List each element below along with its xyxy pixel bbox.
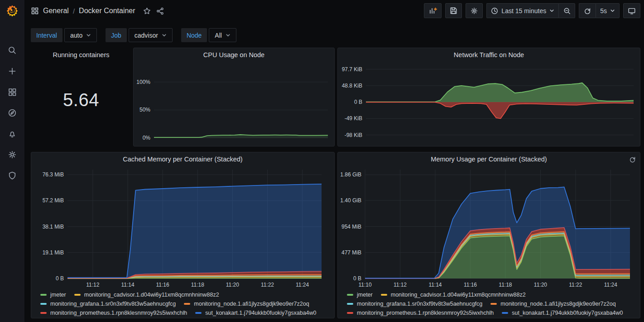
legend-label: monitoring_prometheus.1.rpn8klesnmroy92s… — [357, 310, 494, 316]
legend-label: monitoring_node.1.afi1jlyzs8gdjk9eo9er7z… — [500, 301, 615, 307]
dashboards-icon[interactable] — [7, 87, 17, 97]
legend-item[interactable]: monitoring_grafana.1.sr0n3xf9tv8t3w5aehn… — [347, 300, 482, 308]
dashboard-settings-button[interactable] — [466, 3, 483, 18]
svg-text:11:12: 11:12 — [86, 282, 99, 288]
legend-label: monitoring_cadvisor.1.d04wi6y11xm8qcmnhn… — [84, 292, 219, 298]
search-icon[interactable] — [7, 45, 17, 55]
memory-usage-chart[interactable]: 1.86 GiB1.40 GiB954 MiB477 MiB0 B11:1011… — [338, 166, 640, 290]
legend-swatch — [74, 294, 81, 296]
legend-item[interactable]: sut_konakart.1.j794ukkb0fuokiy7gsxaba4w0 — [195, 309, 316, 317]
kiosk-mode-button[interactable] — [623, 3, 640, 18]
chevron-down-icon — [162, 33, 167, 38]
variable-job-label[interactable]: Job — [106, 28, 127, 42]
legend-item[interactable]: monitoring_cadvisor.1.d04wi6y11xm8qcmnhn… — [381, 291, 526, 299]
svg-text:97.7 KiB: 97.7 KiB — [342, 66, 362, 73]
share-icon[interactable] — [156, 7, 164, 15]
admin-shield-icon[interactable] — [7, 171, 17, 181]
panel-title[interactable]: Running containers — [53, 51, 110, 59]
variable-node-value[interactable]: All — [209, 28, 236, 42]
cached-memory-chart[interactable]: 76.3 MiB57.2 MiB38.1 MiB19.1 MiB0 B11:12… — [31, 166, 334, 290]
legend-swatch — [195, 312, 202, 314]
variable-node-label[interactable]: Node — [181, 28, 207, 42]
variable-job-value[interactable]: cadvisor — [129, 28, 173, 42]
svg-text:11:24: 11:24 — [604, 282, 617, 288]
add-panel-button[interactable] — [424, 3, 442, 18]
network-traffic-chart[interactable]: 97.7 KiB48.8 KiB0 B-49 KiB-98 KiB — [338, 62, 640, 143]
svg-text:11:22: 11:22 — [569, 282, 582, 288]
svg-text:100%: 100% — [136, 79, 150, 85]
legend-swatch — [347, 294, 353, 296]
panel-title[interactable]: CPU Usage on Node — [203, 51, 264, 59]
legend-item[interactable]: monitoring_node.1.afi1jlyzs8gdjk9eo9er7z… — [184, 300, 309, 308]
add-icon[interactable] — [7, 66, 17, 76]
svg-text:11:20: 11:20 — [534, 282, 547, 288]
refresh-interval-picker[interactable]: 5s — [596, 3, 620, 18]
svg-text:11:12: 11:12 — [394, 282, 407, 288]
legend-item[interactable]: monitoring_cadvisor.1.d04wi6y11xm8qcmnhn… — [74, 291, 219, 299]
legend-swatch — [347, 312, 353, 314]
clock-icon — [491, 7, 498, 15]
legend-label: monitoring_cadvisor.1.d04wi6y11xm8qcmnhn… — [391, 292, 526, 298]
panel-cpu-usage: CPU Usage on Node 100%50%0% — [133, 48, 335, 146]
grafana-logo[interactable] — [6, 5, 19, 17]
legend-label: sut_konakart.1.j794ukkb0fuokiy7gsxaba4w0 — [512, 310, 623, 316]
cpu-usage-chart[interactable]: 100%50%0% — [134, 62, 334, 143]
legend-label: monitoring_grafana.1.sr0n3xf9tv8t3w5aehn… — [357, 301, 482, 307]
legend-label: monitoring_grafana.1.sr0n3xf9tv8t3w5aehn… — [50, 301, 176, 307]
cached-memory-legend: jmetermonitoring_cadvisor.1.d04wi6y11xm8… — [31, 290, 334, 318]
svg-text:19.1 MiB: 19.1 MiB — [43, 249, 64, 256]
legend-item[interactable]: jmeter — [40, 291, 66, 299]
svg-text:0%: 0% — [143, 135, 151, 141]
star-icon[interactable] — [143, 7, 151, 15]
svg-text:0 B: 0 B — [354, 99, 362, 105]
alerting-bell-icon[interactable] — [7, 129, 17, 139]
breadcrumb-section[interactable]: General — [43, 7, 69, 15]
panel-title[interactable]: Network Traffic on Node — [454, 51, 524, 59]
dashboard-header: General / Docker Container Last 15 minut… — [24, 0, 644, 22]
save-dashboard-button[interactable] — [445, 3, 462, 18]
svg-text:0 B: 0 B — [56, 275, 64, 282]
panel-title[interactable]: Memory Usage per Container (Stacked) — [431, 156, 547, 163]
svg-text:38.1 MiB: 38.1 MiB — [43, 224, 64, 230]
explore-compass-icon[interactable] — [7, 108, 17, 118]
svg-text:57.2 MiB: 57.2 MiB — [43, 197, 64, 204]
refresh-interval-label: 5s — [600, 7, 607, 15]
sidebar — [0, 0, 24, 322]
time-range-picker[interactable]: Last 15 minutes — [486, 3, 558, 18]
svg-text:11:20: 11:20 — [226, 282, 239, 288]
chevron-down-icon — [549, 8, 554, 13]
legend-item[interactable]: jmeter — [347, 291, 373, 299]
time-range-label: Last 15 minutes — [501, 7, 546, 15]
zoom-out-time-button[interactable] — [558, 3, 575, 18]
panel-cached-memory: Cached Memory per Container (Stacked) 76… — [31, 152, 335, 318]
svg-text:11:22: 11:22 — [261, 282, 274, 288]
legend-label: jmeter — [357, 292, 373, 298]
variable-interval-label[interactable]: Interval — [31, 28, 62, 42]
svg-text:1.40 GiB: 1.40 GiB — [340, 197, 361, 204]
panel-memory-usage: Memory Usage per Container (Stacked) 1.8… — [337, 152, 640, 318]
panel-running-containers: Running containers 5.64 — [31, 48, 131, 146]
variable-interval-value[interactable]: auto — [64, 28, 97, 42]
configuration-gear-icon[interactable] — [7, 150, 17, 160]
svg-text:1.86 GiB: 1.86 GiB — [340, 171, 361, 178]
svg-text:11:10: 11:10 — [358, 282, 371, 288]
svg-text:11:14: 11:14 — [428, 282, 442, 288]
dashboard-grid-icon — [31, 7, 39, 15]
legend-item[interactable]: monitoring_prometheus.1.rpn8klesnmroy92s… — [347, 309, 494, 317]
chevron-down-icon — [86, 33, 91, 38]
running-containers-value: 5.64 — [31, 90, 131, 110]
svg-text:11:16: 11:16 — [464, 282, 477, 288]
svg-text:11:14: 11:14 — [121, 282, 134, 288]
breadcrumb-title[interactable]: Docker Container — [79, 7, 135, 15]
legend-item[interactable]: monitoring_prometheus.1.rpn8klesnmroy92s… — [40, 309, 187, 317]
refresh-dashboard-button[interactable] — [579, 3, 596, 18]
panel-title[interactable]: Cached Memory per Container (Stacked) — [123, 156, 242, 163]
panel-refresh-icon[interactable] — [629, 156, 636, 165]
variables-bar: Interval auto Job cadvisor Node All — [31, 28, 236, 42]
legend-item[interactable]: monitoring_grafana.1.sr0n3xf9tv8t3w5aehn… — [40, 300, 176, 308]
breadcrumb-separator: / — [73, 7, 75, 15]
legend-swatch — [347, 303, 353, 305]
svg-text:11:24: 11:24 — [296, 282, 309, 288]
legend-item[interactable]: monitoring_node.1.afi1jlyzs8gdjk9eo9er7z… — [490, 300, 615, 308]
legend-item[interactable]: sut_konakart.1.j794ukkb0fuokiy7gsxaba4w0 — [502, 309, 623, 317]
